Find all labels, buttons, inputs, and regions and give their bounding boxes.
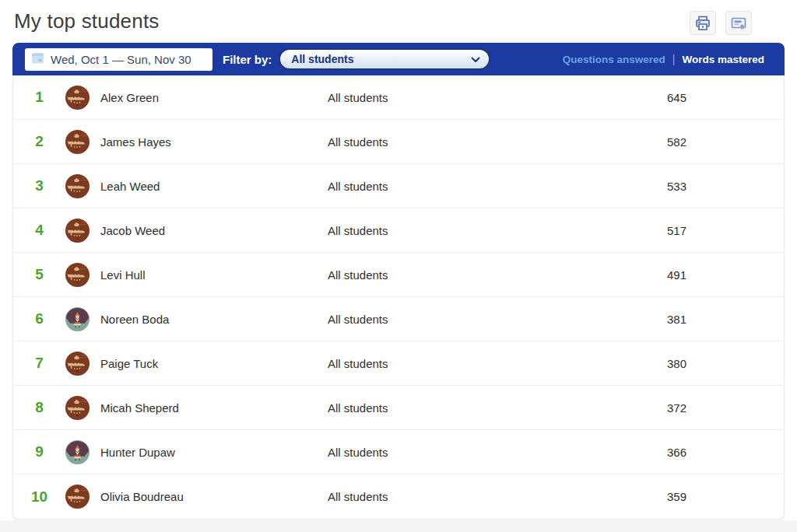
filter-bar: Wed, Oct 1 — Sun, Nov 30 Filter by: All …	[12, 43, 785, 75]
certificate-icon	[730, 15, 747, 32]
group-name: All students	[328, 268, 519, 282]
table-row: 5 Levi Hull All students 491	[13, 253, 784, 297]
avatar	[65, 485, 90, 509]
filter-by-label: Filter by:	[223, 53, 272, 66]
student-name: Leah Weed	[100, 180, 328, 193]
rank-number: 8	[13, 399, 65, 416]
crocodile-avatar-icon	[65, 263, 90, 287]
student-name: Hunter Dupaw	[100, 446, 328, 459]
student-name: Paige Tuck	[100, 357, 328, 370]
student-name: Noreen Boda	[100, 313, 328, 326]
avatar	[65, 263, 90, 287]
metric-value: 366	[519, 446, 686, 459]
metric-value: 533	[519, 180, 686, 193]
date-range-picker[interactable]: Wed, Oct 1 — Sun, Nov 30	[25, 48, 212, 71]
metric-value: 372	[519, 401, 686, 415]
avatar	[65, 86, 90, 110]
avatar	[65, 307, 90, 331]
group-name: All students	[328, 91, 519, 104]
rank-number: 4	[13, 222, 65, 239]
leaderboard-panel: Wed, Oct 1 — Sun, Nov 30 Filter by: All …	[12, 43, 785, 520]
calendar-icon	[31, 51, 44, 68]
crocodile-avatar-icon	[65, 352, 90, 376]
student-name: Levi Hull	[100, 268, 328, 282]
rank-number: 2	[13, 133, 65, 150]
student-name: James Hayes	[100, 135, 328, 149]
rank-number: 5	[13, 266, 65, 283]
crocodile-avatar-icon	[65, 174, 90, 198]
table-row: 2 James Hayes All students 582	[13, 120, 784, 164]
avatar	[65, 440, 90, 464]
table-row: 4 Jacob Weed All students 517	[13, 208, 784, 253]
tab-separator: |	[672, 53, 676, 65]
rank-number: 10	[13, 488, 65, 506]
table-row: 3 Leah Weed All students 533	[13, 164, 784, 208]
avatar	[65, 396, 90, 420]
student-name: Olivia Boudreau	[100, 490, 328, 503]
rank-number: 3	[13, 177, 65, 194]
rank-number: 1	[13, 89, 65, 106]
gnome-avatar-icon	[65, 440, 90, 464]
crocodile-avatar-icon	[65, 396, 90, 420]
student-name: Jacob Weed	[100, 224, 328, 237]
table-row: 9 Hunter Dupaw All students 366	[13, 430, 784, 474]
certificates-button[interactable]	[725, 11, 752, 35]
table-row: 1 Alex Green All students 645	[13, 75, 784, 120]
group-name: All students	[328, 490, 519, 503]
group-name: All students	[328, 135, 519, 149]
print-button[interactable]	[690, 11, 716, 35]
footer-strip	[0, 520, 797, 532]
header-actions	[690, 11, 752, 35]
crocodile-avatar-icon	[65, 219, 90, 243]
metric-value: 645	[519, 91, 686, 104]
header: My top students	[0, 0, 797, 43]
page: My top students	[0, 0, 797, 532]
group-name: All students	[328, 313, 519, 326]
group-name: All students	[328, 446, 519, 459]
crocodile-avatar-icon	[65, 485, 90, 509]
metric-value: 491	[519, 268, 686, 282]
student-filter-value: All students	[291, 53, 353, 65]
table-row: 7 Paige Tuck All students 380	[13, 341, 784, 386]
tab-questions-answered[interactable]: Questions answered	[563, 54, 665, 65]
group-name: All students	[328, 357, 519, 370]
metric-value: 380	[519, 357, 686, 370]
avatar	[65, 219, 90, 243]
avatar	[65, 130, 90, 154]
chevron-down-icon	[471, 52, 480, 66]
student-filter-select[interactable]: All students	[279, 48, 490, 70]
tab-words-mastered[interactable]: Words mastered	[682, 54, 764, 65]
metric-value: 517	[519, 224, 686, 237]
page-title: My top students	[14, 9, 160, 33]
crocodile-avatar-icon	[65, 130, 90, 154]
metric-value: 381	[519, 313, 686, 326]
student-name: Alex Green	[100, 91, 328, 104]
leaderboard-rows: 1 Alex Green All students 645 2	[12, 75, 785, 520]
metric-tabs: Questions answered | Words mastered	[563, 53, 764, 65]
metric-value: 582	[519, 135, 686, 149]
group-name: All students	[328, 401, 519, 415]
rank-number: 9	[13, 443, 65, 460]
avatar	[65, 352, 90, 376]
table-row: 6 Noreen Boda All students 381	[13, 297, 784, 341]
printer-icon	[694, 15, 711, 32]
student-name: Micah Sheperd	[100, 401, 328, 415]
date-range-label: Wed, Oct 1 — Sun, Nov 30	[51, 53, 191, 66]
avatar	[65, 174, 90, 198]
metric-value: 359	[519, 490, 686, 503]
table-row: 10 Olivia Boudreau All students 359	[13, 474, 784, 519]
crocodile-avatar-icon	[65, 86, 90, 110]
rank-number: 6	[13, 310, 65, 327]
group-name: All students	[328, 224, 519, 237]
gnome-avatar-icon	[65, 307, 90, 331]
table-row: 8 Micah Sheperd All students 372	[13, 386, 784, 430]
rank-number: 7	[13, 355, 65, 372]
group-name: All students	[328, 180, 519, 193]
